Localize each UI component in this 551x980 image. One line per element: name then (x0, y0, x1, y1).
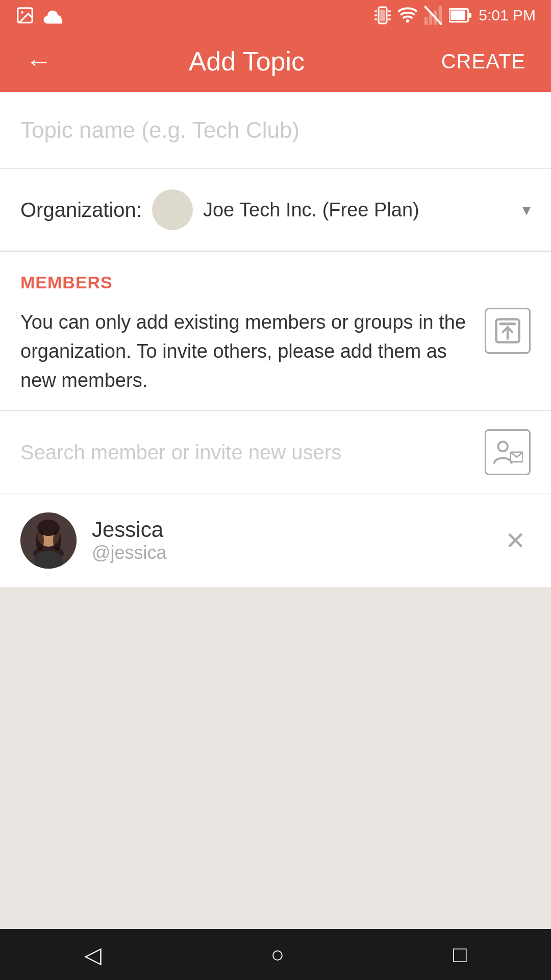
vibrate-icon (374, 6, 391, 25)
member-info: Jessica @jessica (92, 518, 485, 564)
wifi-icon (398, 6, 417, 25)
svg-point-1 (21, 11, 23, 14)
svg-point-22 (498, 442, 508, 451)
members-description: You can only add existing members or gro… (20, 308, 469, 395)
app-bar: ← Add Topic CREATE (0, 31, 551, 92)
create-button[interactable]: CREATE (436, 45, 531, 78)
dropdown-arrow-icon[interactable]: ▾ (522, 200, 531, 219)
members-section: MEMBERS You can only add existing member… (0, 252, 551, 411)
svg-rect-18 (468, 13, 471, 17)
avatar (20, 512, 77, 569)
status-time: 5:01 PM (479, 7, 536, 24)
organization-name: Joe Tech Inc. (Free Plan) (203, 199, 512, 221)
topic-name-input[interactable] (20, 117, 531, 143)
search-member-input[interactable] (20, 441, 474, 464)
member-handle: @jessica (92, 542, 485, 564)
svg-point-29 (53, 530, 61, 551)
upload-icon (494, 317, 521, 345)
organization-label: Organization: (20, 199, 142, 222)
remove-member-button[interactable]: ✕ (500, 521, 531, 560)
cloud-icon (43, 6, 65, 25)
svg-rect-11 (424, 17, 428, 24)
nav-bar: ◁ ○ □ (0, 929, 551, 980)
status-bar: 5:01 PM (0, 0, 551, 31)
page-title: Add Topic (189, 46, 305, 77)
member-name: Jessica (92, 518, 485, 542)
upload-members-button[interactable] (485, 308, 531, 354)
topic-name-section (0, 92, 551, 169)
invite-icon (492, 438, 523, 466)
nav-recent-button[interactable]: □ (433, 937, 487, 972)
members-description-row: You can only add existing members or gro… (20, 308, 531, 395)
status-bar-left (15, 6, 65, 25)
svg-rect-17 (450, 11, 465, 20)
search-section (0, 411, 551, 494)
battery-icon (449, 6, 471, 25)
signal-icon (424, 6, 442, 25)
status-bar-right: 5:01 PM (374, 6, 536, 25)
svg-rect-3 (381, 10, 386, 21)
member-list: Jessica @jessica ✕ (0, 494, 551, 587)
organization-section[interactable]: Organization: Joe Tech Inc. (Free Plan) … (0, 169, 551, 252)
svg-point-28 (36, 530, 44, 551)
back-button[interactable]: ← (20, 41, 57, 82)
nav-home-button[interactable]: ○ (250, 937, 305, 972)
list-item: Jessica @jessica ✕ (0, 494, 551, 587)
bottom-area (0, 587, 551, 904)
members-header: MEMBERS (20, 273, 531, 292)
org-avatar (152, 189, 193, 230)
image-icon (15, 6, 35, 25)
invite-users-button[interactable] (485, 429, 531, 475)
svg-point-10 (406, 19, 409, 22)
nav-back-button[interactable]: ◁ (64, 937, 122, 973)
